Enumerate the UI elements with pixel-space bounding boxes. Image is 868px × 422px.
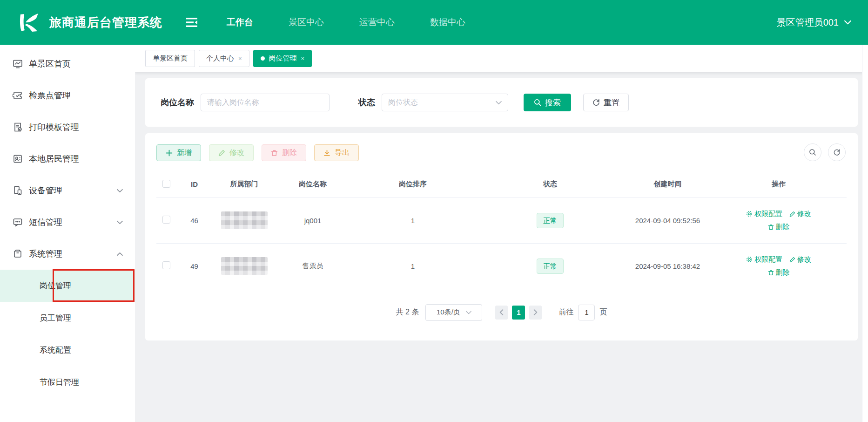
cell-created-at: 2024-09-05 16:38:42 <box>625 243 711 289</box>
tab-personal-center[interactable]: 个人中心 × <box>199 50 249 67</box>
sidebar-item-ticket-check[interactable]: 检票点管理 <box>0 80 135 111</box>
sidebar-subitem-label: 节假日管理 <box>40 377 79 388</box>
col-id: ID <box>176 171 213 197</box>
goto-prefix: 前往 <box>558 307 573 317</box>
tab-post-mgmt[interactable]: 岗位管理 × <box>253 50 312 67</box>
post-name-input[interactable] <box>201 94 330 111</box>
nav-data-center[interactable]: 数据中心 <box>430 16 465 28</box>
tab-label: 岗位管理 <box>269 54 297 63</box>
page-size-select[interactable]: 10条/页 <box>425 304 482 321</box>
nav-operation-center[interactable]: 运营中心 <box>359 16 395 28</box>
tab-bar: 单景区首页 个人中心 × 岗位管理 × <box>135 45 868 72</box>
nav-scenic-center[interactable]: 景区中心 <box>289 16 324 28</box>
add-button[interactable]: 新增 <box>156 144 201 161</box>
row-edit-link[interactable]: 修改 <box>789 210 811 218</box>
row-edit-link[interactable]: 修改 <box>789 255 811 264</box>
next-page-button[interactable] <box>529 306 542 320</box>
devices-icon <box>13 185 23 196</box>
top-navigation: 工作台 景区中心 运营中心 数据中心 <box>227 16 465 28</box>
nav-workbench[interactable]: 工作台 <box>227 16 253 28</box>
goto-suffix: 页 <box>599 307 607 317</box>
row-checkbox[interactable] <box>162 216 170 224</box>
table-toolbar: 新增 修改 删除 导出 <box>156 144 847 161</box>
scrollbar-track[interactable] <box>862 45 868 422</box>
row-delete-link[interactable]: 删除 <box>768 268 790 277</box>
sidebar-collapse-icon[interactable] <box>184 14 200 30</box>
search-button[interactable]: 搜索 <box>524 94 571 111</box>
reset-button[interactable]: 重置 <box>583 94 629 111</box>
sidebar-subitem-post-mgmt[interactable]: 岗位管理 <box>0 270 135 302</box>
chevron-down-icon <box>496 101 502 105</box>
chevron-down-icon <box>466 311 471 314</box>
edit-button[interactable]: 修改 <box>209 144 254 161</box>
permission-config-link[interactable]: 权限配置 <box>746 210 782 218</box>
status-badge: 正常 <box>537 259 564 274</box>
plus-icon <box>166 150 173 157</box>
cell-sort: 1 <box>350 243 476 289</box>
table-search-button[interactable] <box>804 143 821 161</box>
export-button-label: 导出 <box>335 148 350 158</box>
table-header-row: ID 所属部门 岗位名称 岗位排序 状态 创建时间 操作 <box>156 171 847 197</box>
sidebar: 单景区首页 检票点管理 打印模板管理 本地居民管理 设备 <box>0 45 135 422</box>
cell-id: 46 <box>176 197 213 243</box>
export-button[interactable]: 导出 <box>314 144 359 161</box>
sidebar-item-label: 设备管理 <box>29 185 62 196</box>
search-button-label: 搜索 <box>545 97 561 108</box>
close-icon[interactable]: × <box>238 55 242 61</box>
sidebar-subitem-label: 岗位管理 <box>40 280 71 291</box>
chevron-up-icon <box>117 252 123 256</box>
prev-page-button[interactable] <box>495 306 508 320</box>
row-delete-link[interactable]: 删除 <box>768 223 790 231</box>
row-edit-label: 修改 <box>797 255 811 264</box>
add-button-label: 新增 <box>177 148 192 158</box>
message-icon <box>13 217 23 227</box>
sidebar-item-home[interactable]: 单景区首页 <box>0 48 135 80</box>
posts-table: ID 所属部门 岗位名称 岗位排序 状态 创建时间 操作 46 jq001 1 … <box>156 171 847 289</box>
table-row: 46 jq001 1 正常 2024-09-04 09:52:56 权限配置 <box>156 197 847 243</box>
tab-label: 单景区首页 <box>153 54 188 63</box>
table-tools <box>804 143 846 161</box>
app-title: 旅商通后台管理系统 <box>49 14 162 31</box>
status-select[interactable]: 岗位状态 <box>382 94 508 111</box>
cell-post-name: jq001 <box>276 197 350 243</box>
sidebar-item-sms-mgmt[interactable]: 短信管理 <box>0 206 135 238</box>
page-size-value: 10条/页 <box>437 308 460 317</box>
goto-page-input[interactable] <box>578 305 595 320</box>
sidebar-subitem-staff-mgmt[interactable]: 员工管理 <box>0 302 135 334</box>
row-edit-label: 修改 <box>797 210 811 218</box>
sidebar-item-label: 短信管理 <box>29 217 62 228</box>
sidebar-subitem-holiday-mgmt[interactable]: 节假日管理 <box>0 366 135 398</box>
cell-created-at: 2024-09-04 09:52:56 <box>625 197 711 243</box>
sidebar-item-print-template[interactable]: 打印模板管理 <box>0 111 135 143</box>
monitor-chart-icon <box>13 59 23 69</box>
select-all-checkbox[interactable] <box>162 180 170 188</box>
sidebar-subitem-system-config[interactable]: 系统配置 <box>0 334 135 366</box>
sidebar-item-label: 本地居民管理 <box>29 153 79 164</box>
app-logo-icon <box>17 12 43 33</box>
delete-button[interactable]: 删除 <box>262 144 306 161</box>
chevron-down-icon <box>844 20 851 25</box>
cell-post-name: 售票员 <box>276 243 350 289</box>
col-post-name: 岗位名称 <box>276 171 350 197</box>
table-refresh-button[interactable] <box>828 143 846 161</box>
sidebar-item-device-mgmt[interactable]: 设备管理 <box>0 175 135 206</box>
permission-config-link[interactable]: 权限配置 <box>746 255 782 264</box>
status-select-placeholder: 岗位状态 <box>388 98 418 108</box>
row-checkbox[interactable] <box>162 261 170 269</box>
sidebar-item-local-resident[interactable]: 本地居民管理 <box>0 143 135 175</box>
current-page-button[interactable]: 1 <box>512 306 525 320</box>
close-icon[interactable]: × <box>301 55 305 61</box>
refresh-icon <box>592 99 600 106</box>
user-name: 景区管理员001 <box>777 16 839 29</box>
pagination-total: 共 2 条 <box>396 307 419 317</box>
id-card-icon <box>13 154 23 164</box>
col-created-at: 创建时间 <box>625 171 711 197</box>
chevron-down-icon <box>117 220 123 225</box>
refresh-icon <box>833 149 841 156</box>
redacted-department <box>221 257 268 275</box>
user-dropdown[interactable]: 景区管理员001 <box>777 16 851 29</box>
table-row: 49 售票员 1 正常 2024-09-05 16:38:42 权限配置 <box>156 243 847 289</box>
sidebar-item-system-mgmt[interactable]: 系统管理 <box>0 238 135 270</box>
tab-home[interactable]: 单景区首页 <box>145 50 195 67</box>
row-delete-label: 删除 <box>776 268 790 277</box>
